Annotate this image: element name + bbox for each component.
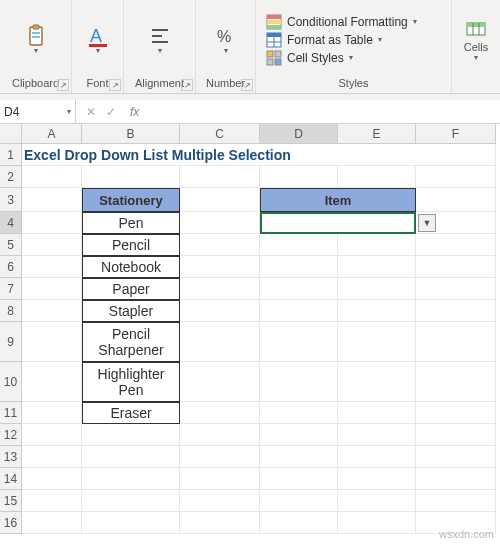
cells-button[interactable]: Cells ▾: [464, 17, 488, 62]
cell[interactable]: Item: [260, 188, 416, 212]
cell[interactable]: Stapler: [82, 300, 180, 322]
cell[interactable]: [22, 212, 82, 234]
cell[interactable]: [338, 446, 416, 468]
cell[interactable]: [260, 322, 338, 362]
cell[interactable]: [260, 256, 338, 278]
row-header[interactable]: 10: [0, 362, 22, 402]
cell[interactable]: [338, 166, 416, 188]
cell[interactable]: [22, 402, 82, 424]
cell[interactable]: [338, 300, 416, 322]
row-header[interactable]: 13: [0, 446, 22, 468]
cell[interactable]: [338, 512, 416, 534]
format-as-table-button[interactable]: Format as Table ▾: [266, 32, 382, 48]
cell[interactable]: Highlighter Pen: [82, 362, 180, 402]
row-header[interactable]: 12: [0, 424, 22, 446]
cell[interactable]: [82, 512, 180, 534]
cell[interactable]: [180, 166, 260, 188]
cell[interactable]: [416, 278, 496, 300]
row-header[interactable]: 6: [0, 256, 22, 278]
cell[interactable]: [416, 446, 496, 468]
dialog-launcher-icon[interactable]: ↗: [57, 79, 69, 91]
cell[interactable]: [180, 446, 260, 468]
number-button[interactable]: % ▾: [209, 20, 243, 60]
row-header[interactable]: 5: [0, 234, 22, 256]
cell[interactable]: [82, 424, 180, 446]
cell[interactable]: [260, 300, 338, 322]
row-header[interactable]: 3: [0, 188, 22, 212]
cell[interactable]: [260, 468, 338, 490]
alignment-button[interactable]: ▾: [143, 20, 177, 60]
cell[interactable]: [180, 256, 260, 278]
cell[interactable]: [180, 300, 260, 322]
cell[interactable]: [416, 166, 496, 188]
cell[interactable]: [416, 188, 496, 212]
row-header[interactable]: 2: [0, 166, 22, 188]
row-header[interactable]: 4: [0, 212, 22, 234]
cell[interactable]: Stationery: [82, 188, 180, 212]
cell[interactable]: [416, 468, 496, 490]
cell[interactable]: [338, 402, 416, 424]
cell[interactable]: Pen: [82, 212, 180, 234]
cell[interactable]: [82, 446, 180, 468]
cell[interactable]: [416, 256, 496, 278]
active-cell[interactable]: [260, 212, 416, 234]
cell[interactable]: [180, 362, 260, 402]
row-header[interactable]: 14: [0, 468, 22, 490]
cell-styles-button[interactable]: Cell Styles ▾: [266, 50, 353, 66]
cell[interactable]: Pencil: [82, 234, 180, 256]
dialog-launcher-icon[interactable]: ↗: [241, 79, 253, 91]
cell[interactable]: [82, 490, 180, 512]
cell[interactable]: [338, 256, 416, 278]
font-button[interactable]: A ▾: [81, 20, 115, 60]
cell[interactable]: [416, 402, 496, 424]
cell[interactable]: [416, 490, 496, 512]
cell[interactable]: [22, 322, 82, 362]
column-header[interactable]: E: [338, 124, 416, 144]
row-header[interactable]: 11: [0, 402, 22, 424]
row-header[interactable]: 9: [0, 322, 22, 362]
cell[interactable]: [22, 256, 82, 278]
row-header[interactable]: 15: [0, 490, 22, 512]
conditional-formatting-button[interactable]: Conditional Formatting ▾: [266, 14, 417, 30]
cell[interactable]: [260, 424, 338, 446]
cell[interactable]: [260, 490, 338, 512]
cell[interactable]: [416, 362, 496, 402]
cell[interactable]: [22, 490, 82, 512]
cell[interactable]: [338, 322, 416, 362]
cell[interactable]: [180, 468, 260, 490]
cell[interactable]: [416, 322, 496, 362]
cell[interactable]: [260, 402, 338, 424]
cell[interactable]: [260, 446, 338, 468]
enter-icon[interactable]: ✓: [106, 105, 116, 119]
cell[interactable]: [22, 468, 82, 490]
cell[interactable]: [260, 234, 338, 256]
select-all-corner[interactable]: [0, 124, 22, 144]
cell[interactable]: [22, 234, 82, 256]
cell[interactable]: [416, 300, 496, 322]
cell[interactable]: [82, 166, 180, 188]
row-header[interactable]: 16: [0, 512, 22, 534]
cell[interactable]: Paper: [82, 278, 180, 300]
dialog-launcher-icon[interactable]: ↗: [109, 79, 121, 91]
cell[interactable]: [338, 468, 416, 490]
cell[interactable]: [82, 468, 180, 490]
row-header[interactable]: 8: [0, 300, 22, 322]
cell[interactable]: [260, 512, 338, 534]
cell[interactable]: [338, 362, 416, 402]
cell[interactable]: [416, 424, 496, 446]
cell[interactable]: [22, 362, 82, 402]
row-header[interactable]: 1: [0, 144, 22, 166]
column-header[interactable]: B: [82, 124, 180, 144]
cell[interactable]: [22, 446, 82, 468]
cell[interactable]: [338, 278, 416, 300]
name-box[interactable]: D4 ▾: [0, 100, 76, 123]
cell[interactable]: [416, 234, 496, 256]
cell[interactable]: [22, 278, 82, 300]
cell[interactable]: [260, 166, 338, 188]
cell[interactable]: [180, 512, 260, 534]
cancel-icon[interactable]: ✕: [86, 105, 96, 119]
dropdown-button[interactable]: ▼: [418, 214, 436, 232]
cell[interactable]: [22, 300, 82, 322]
cell[interactable]: [338, 424, 416, 446]
worksheet-grid[interactable]: ABCDEF 12345678910111213141516 Excel Dro…: [0, 124, 500, 544]
